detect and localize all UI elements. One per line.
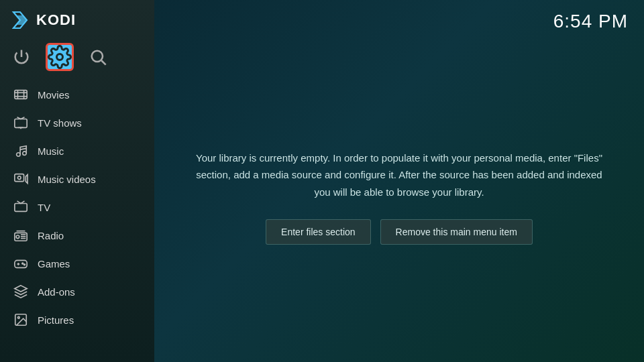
library-message: Your library is currently empty. In orde… [195,149,604,201]
sidebar-header: KODI [0,0,154,40]
topbar: 6:54 PM [154,0,644,32]
svg-point-28 [22,263,23,264]
sidebar: KODI [0,0,154,362]
sidebar-item-games-label: Games [38,258,70,269]
svg-rect-19 [15,204,27,212]
sidebar-item-addons[interactable]: Add-ons [0,278,154,306]
sidebar-item-movies[interactable]: Movies [0,80,154,109]
kodi-logo-icon [9,9,31,31]
sidebar-item-games[interactable]: Games [0,249,154,278]
svg-rect-16 [15,174,24,182]
svg-marker-1 [16,15,27,25]
svg-marker-17 [25,175,28,184]
svg-point-18 [17,176,21,180]
radio-icon [13,228,28,243]
sidebar-item-tvshows-label: TV shows [38,117,82,129]
sidebar-item-radio[interactable]: Radio [0,221,154,249]
sidebar-item-movies-label: Movies [38,89,70,101]
app-title: KODI [36,11,76,29]
svg-point-21 [16,235,19,239]
pictures-icon [13,312,28,327]
enter-files-button[interactable]: Enter files section [266,219,371,245]
games-icon [13,256,28,271]
music-icon [13,143,28,158]
sidebar-item-music[interactable]: Music [0,137,154,165]
svg-line-4 [101,60,105,64]
sidebar-item-music-label: Music [38,145,64,157]
svg-point-31 [17,316,19,318]
tv-icon [13,200,28,215]
main-content: 6:54 PM Your library is currently empty.… [154,0,644,362]
remove-menu-item-button[interactable]: Remove this main menu item [380,219,533,245]
sidebar-item-tvshows[interactable]: TV shows [0,109,154,137]
musicvideos-icon [13,172,28,186]
settings-button[interactable] [46,43,74,71]
sidebar-item-addons-label: Add-ons [38,286,75,298]
action-buttons: Enter files section Remove this main men… [266,219,533,245]
addons-icon [13,284,28,299]
sidebar-item-musicvideos-label: Music videos [38,174,96,185]
center-content: Your library is currently empty. In orde… [154,32,644,362]
svg-rect-5 [15,90,27,99]
nav-list: Movies TV shows [0,80,154,334]
search-button[interactable] [89,48,107,66]
sidebar-item-pictures[interactable]: Pictures [0,306,154,334]
sidebar-item-pictures-label: Pictures [38,314,74,326]
sidebar-item-tv[interactable]: TV [0,193,154,221]
movies-icon [13,87,28,102]
tvshows-icon [13,115,28,130]
svg-point-14 [23,152,27,156]
svg-point-13 [17,153,20,157]
sidebar-item-radio-label: Radio [38,230,64,241]
svg-line-15 [20,148,26,149]
time-display: 6:54 PM [553,11,628,32]
sidebar-item-tv-label: TV [38,202,50,213]
svg-point-2 [57,54,63,60]
svg-point-3 [92,51,103,62]
sidebar-item-musicvideos[interactable]: Music videos [0,165,154,193]
sidebar-icon-row [0,40,154,78]
svg-point-29 [24,264,25,265]
svg-rect-10 [15,119,27,128]
power-button[interactable] [12,48,31,66]
